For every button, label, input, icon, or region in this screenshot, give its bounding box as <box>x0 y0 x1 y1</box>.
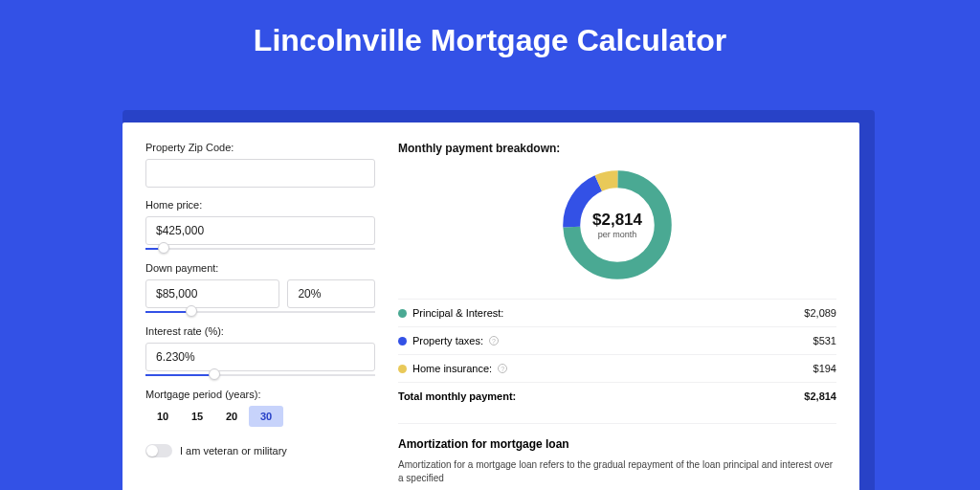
breakdown-total-label: Total monthly payment: <box>398 390 516 402</box>
rate-slider[interactable] <box>145 373 375 377</box>
home-price-input[interactable] <box>145 216 375 245</box>
veteran-toggle[interactable] <box>145 444 172 457</box>
toggle-knob <box>146 445 158 457</box>
breakdown-total-value: $2,814 <box>804 390 836 402</box>
period-label: Mortgage period (years): <box>145 389 375 400</box>
slider-thumb[interactable] <box>186 305 197 317</box>
legend-dot-icon <box>398 365 407 373</box>
home-price-slider[interactable] <box>145 247 375 251</box>
breakdown-row: Principal & Interest:$2,089 <box>398 299 836 326</box>
breakdown-column: Monthly payment breakdown: $2,814 per mo… <box>398 142 836 471</box>
breakdown-row: Home insurance:?$194 <box>398 354 836 382</box>
amortization-title: Amortization for mortgage loan <box>398 423 836 451</box>
donut-sub: per month <box>598 230 637 239</box>
breakdown-row-label: Home insurance: <box>412 363 492 374</box>
rate-label: Interest rate (%): <box>145 325 375 337</box>
down-payment-slider[interactable] <box>145 310 375 314</box>
down-payment-label: Down payment: <box>145 262 375 274</box>
breakdown-row-value: $2,089 <box>804 307 836 319</box>
donut-amount: $2,814 <box>592 211 642 230</box>
breakdown-row-label: Property taxes: <box>412 335 483 346</box>
info-icon[interactable]: ? <box>498 364 507 373</box>
veteran-label: I am veteran or military <box>180 445 287 457</box>
info-icon[interactable]: ? <box>489 336 499 345</box>
slider-thumb[interactable] <box>209 368 220 380</box>
period-option-15[interactable]: 15 <box>180 406 214 427</box>
zip-field: Property Zip Code: <box>145 142 375 188</box>
breakdown-row-label: Principal & Interest: <box>412 307 503 319</box>
period-option-20[interactable]: 20 <box>214 406 249 427</box>
amortization-text: Amortization for a mortgage loan refers … <box>398 458 836 485</box>
donut-center: $2,814 per month <box>557 165 678 285</box>
down-payment-input[interactable] <box>145 279 279 308</box>
breakdown-row: Property taxes:?$531 <box>398 326 836 354</box>
page-title: Lincolnville Mortgage Calculator <box>0 0 980 74</box>
down-payment-pct-input[interactable] <box>287 279 375 308</box>
breakdown-row-value: $531 <box>813 335 836 346</box>
period-options: 10152030 <box>145 406 375 427</box>
donut-chart: $2,814 per month <box>398 165 836 285</box>
period-option-30[interactable]: 30 <box>249 406 283 427</box>
home-price-label: Home price: <box>145 199 375 211</box>
period-option-10[interactable]: 10 <box>145 406 180 427</box>
breakdown-row-value: $194 <box>813 363 836 374</box>
calculator-panel: Property Zip Code: Home price: Down paym… <box>122 122 859 490</box>
zip-label: Property Zip Code: <box>145 142 375 153</box>
period-field: Mortgage period (years): 10152030 <box>145 389 375 427</box>
legend-dot-icon <box>398 337 407 345</box>
breakdown-title: Monthly payment breakdown: <box>398 142 836 155</box>
rate-field: Interest rate (%): <box>145 325 375 377</box>
slider-thumb[interactable] <box>158 242 169 254</box>
home-price-field: Home price: <box>145 199 375 251</box>
down-payment-field: Down payment: <box>145 262 375 314</box>
breakdown-total-row: Total monthly payment: $2,814 <box>398 382 836 410</box>
inputs-column: Property Zip Code: Home price: Down paym… <box>145 142 375 471</box>
rate-input[interactable] <box>145 343 375 371</box>
legend-dot-icon <box>398 309 407 318</box>
veteran-row: I am veteran or military <box>145 444 375 457</box>
zip-input[interactable] <box>145 159 375 188</box>
